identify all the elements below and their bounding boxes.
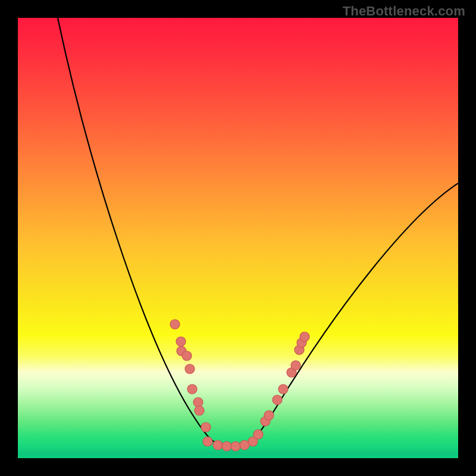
data-marker bbox=[195, 406, 204, 415]
data-marker bbox=[273, 395, 282, 405]
data-marker bbox=[185, 364, 195, 374]
data-marker bbox=[213, 440, 223, 450]
data-marker bbox=[231, 441, 240, 451]
data-marker bbox=[176, 337, 186, 346]
data-marker bbox=[203, 437, 212, 446]
marker-group bbox=[170, 320, 309, 451]
data-marker bbox=[264, 411, 274, 420]
data-marker bbox=[222, 441, 231, 451]
data-marker bbox=[253, 430, 263, 439]
data-marker bbox=[291, 361, 300, 370]
data-marker bbox=[193, 397, 203, 407]
bottleneck-curve bbox=[58, 18, 458, 446]
watermark-text: TheBottleneck.com bbox=[343, 4, 465, 19]
chart-frame: TheBottleneck.com bbox=[0, 0, 476, 476]
data-marker bbox=[278, 384, 288, 394]
curve-svg bbox=[18, 18, 458, 458]
data-marker bbox=[300, 332, 309, 342]
data-marker bbox=[182, 351, 192, 361]
data-marker bbox=[201, 422, 211, 432]
data-marker bbox=[170, 320, 180, 329]
plot-area bbox=[18, 18, 458, 458]
data-marker bbox=[187, 384, 197, 394]
